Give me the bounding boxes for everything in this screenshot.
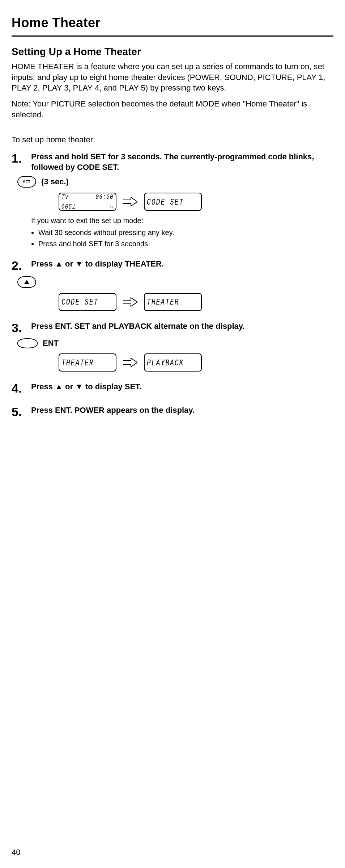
lcd-theater: THEATER <box>59 353 116 372</box>
hint-label: If you want to exit the set up mode: <box>31 217 143 225</box>
note-paragraph: Note: Your PICTURE selection becomes the… <box>12 98 333 120</box>
step-text: Press ▲ or ▼ to display SET. <box>31 382 141 392</box>
lcd-theater: THEATER <box>144 293 202 311</box>
lcd-time: 06:00 <box>95 194 114 201</box>
step-2-lcd-row: CODE SET THEATER <box>59 293 333 311</box>
lcd-code-set: CODE SET <box>144 193 202 211</box>
hint-item: Wait 30 seconds without pressing any key… <box>38 228 333 238</box>
page-title: Home Theater <box>12 15 333 30</box>
step-text: Press ENT. POWER appears on the display. <box>31 405 195 416</box>
lcd-code-set: CODE SET <box>59 293 116 311</box>
step-5: 5. Press ENT. POWER appears on the displ… <box>12 405 333 419</box>
arrow-right-icon <box>123 297 137 307</box>
step-number: 2. <box>12 259 31 272</box>
lcd-text: PLAYBACK <box>147 358 199 367</box>
step-number: 3. <box>12 321 31 335</box>
arrow-right-icon <box>123 358 137 367</box>
page-number: 40 <box>12 848 20 857</box>
set-button-icon: SET <box>17 176 36 188</box>
set-button-caption: (3 sec.) <box>41 177 69 186</box>
step-1-lcd-row: TV 06:00 0051 PM CODE SET <box>59 193 333 211</box>
set-button-label: SET <box>23 180 31 184</box>
step-3-button-row: ENT <box>17 338 333 348</box>
lcd-text: THEATER <box>61 358 114 367</box>
triangle-up-icon <box>24 280 29 284</box>
ent-button-caption: ENT <box>43 339 59 348</box>
step-1-button-row: SET (3 sec.) <box>17 176 333 188</box>
step-2-button-row <box>17 276 333 288</box>
lcd-code: 0051 <box>61 204 76 210</box>
ent-button-icon <box>17 338 38 348</box>
step-number: 1. <box>12 152 31 165</box>
lcd-text: CODE SET <box>147 198 199 206</box>
lcd-code-blink: TV 06:00 0051 PM <box>59 193 116 211</box>
title-rule <box>12 35 333 37</box>
hint-list: Wait 30 seconds without pressing any key… <box>31 228 333 249</box>
lcd-playback: PLAYBACK <box>144 353 202 372</box>
step-text: Press ▲ or ▼ to display THEATER. <box>31 259 164 269</box>
arrow-right-icon <box>123 197 137 206</box>
step-3: 3. Press ENT. SET and PLAYBACK alternate… <box>12 321 333 372</box>
up-button-icon <box>17 276 36 288</box>
lcd-text: THEATER <box>147 298 199 306</box>
step-1: 1. Press and hold SET for 3 seconds. The… <box>12 152 333 249</box>
lcd-pm: PM <box>110 206 114 209</box>
section-heading: Setting Up a Home Theater <box>12 46 333 58</box>
steps-title: To set up home theater: <box>12 134 333 145</box>
step-3-lcd-row: THEATER PLAYBACK <box>59 353 333 372</box>
intro-paragraph: HOME THEATER is a feature where you can … <box>12 61 333 93</box>
step-number: 5. <box>12 405 31 419</box>
lcd-text: CODE SET <box>61 298 114 306</box>
step-text: Press ENT. SET and PLAYBACK alternate on… <box>31 321 245 332</box>
step-2: 2. Press ▲ or ▼ to display THEATER. CODE… <box>12 259 333 311</box>
step-number: 4. <box>12 382 31 395</box>
step-text: Press and hold SET for 3 seconds. The cu… <box>31 152 333 172</box>
lcd-tv-label: TV <box>61 194 69 201</box>
hint-item: Press and hold SET for 3 seconds. <box>38 239 333 249</box>
step-4: 4. Press ▲ or ▼ to display SET. <box>12 382 333 395</box>
step-1-hint: If you want to exit the set up mode: Wai… <box>31 216 333 249</box>
